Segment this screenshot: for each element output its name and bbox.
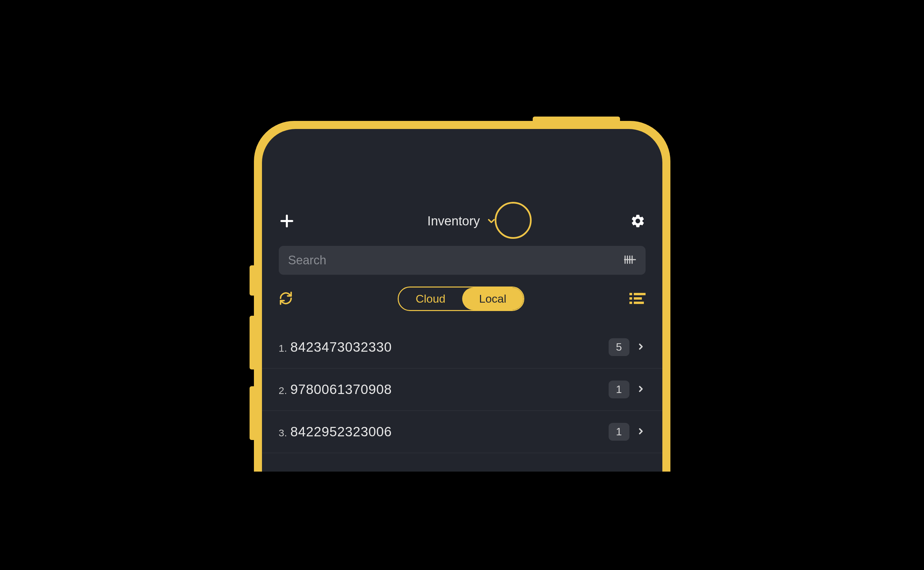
count-badge: 1 [608, 423, 630, 441]
phone-top-button [533, 116, 620, 121]
count-badge: 1 [608, 380, 630, 398]
svg-rect-10 [634, 297, 642, 300]
count-badge: 5 [608, 338, 630, 356]
item-right: 1 [608, 380, 645, 398]
chevron-right-icon [636, 427, 645, 437]
phone-frame: Inventory [254, 121, 670, 472]
item-code: 8422952323006 [291, 424, 392, 439]
toolbar: Cloud Local [279, 287, 645, 311]
item-index: 3. [279, 427, 287, 439]
phone-side-button [250, 265, 254, 296]
svg-rect-7 [630, 293, 632, 295]
item-right: 1 [608, 423, 645, 441]
list-view-button[interactable] [630, 291, 645, 306]
inventory-dropdown[interactable]: Inventory [427, 214, 496, 228]
storage-segmented-control: Cloud Local [398, 287, 524, 311]
item-code: 9780061370908 [291, 382, 392, 397]
item-text: 3. 8422952323006 [279, 424, 392, 439]
app-header: Inventory [279, 213, 645, 229]
chevron-right-icon [636, 384, 645, 395]
item-text: 1. 8423473032330 [279, 340, 392, 355]
add-button[interactable] [279, 213, 295, 229]
svg-rect-11 [630, 302, 632, 304]
item-code: 8423473032330 [291, 340, 392, 355]
phone-bezel: Inventory [254, 121, 670, 472]
item-text: 2. 9780061370908 [279, 382, 392, 397]
item-index: 1. [279, 343, 287, 354]
svg-rect-12 [634, 302, 644, 304]
inventory-list: 1. 8423473032330 5 [262, 326, 662, 453]
list-item[interactable]: 2. 9780061370908 1 [262, 368, 662, 411]
chevron-down-icon [486, 216, 497, 227]
search-bar[interactable]: Search [279, 246, 645, 275]
segment-local[interactable]: Local [462, 288, 523, 310]
svg-rect-8 [634, 293, 645, 295]
search-placeholder: Search [288, 253, 326, 267]
app-content: Inventory [262, 129, 662, 453]
list-item[interactable]: 1. 8423473032330 5 [262, 326, 662, 368]
segment-cloud[interactable]: Cloud [399, 288, 462, 310]
phone-screen: Inventory [262, 129, 662, 472]
item-right: 5 [608, 338, 645, 356]
svg-rect-9 [630, 297, 632, 300]
list-item[interactable]: 3. 8422952323006 1 [262, 411, 662, 453]
phone-side-button [250, 386, 254, 440]
sync-button[interactable] [279, 291, 293, 306]
item-index: 2. [279, 385, 287, 396]
phone-side-button [250, 316, 254, 369]
page-title: Inventory [427, 214, 480, 228]
settings-button[interactable] [630, 213, 645, 229]
barcode-icon[interactable] [624, 254, 636, 266]
highlight-circle [494, 202, 531, 239]
chevron-right-icon [636, 342, 645, 353]
